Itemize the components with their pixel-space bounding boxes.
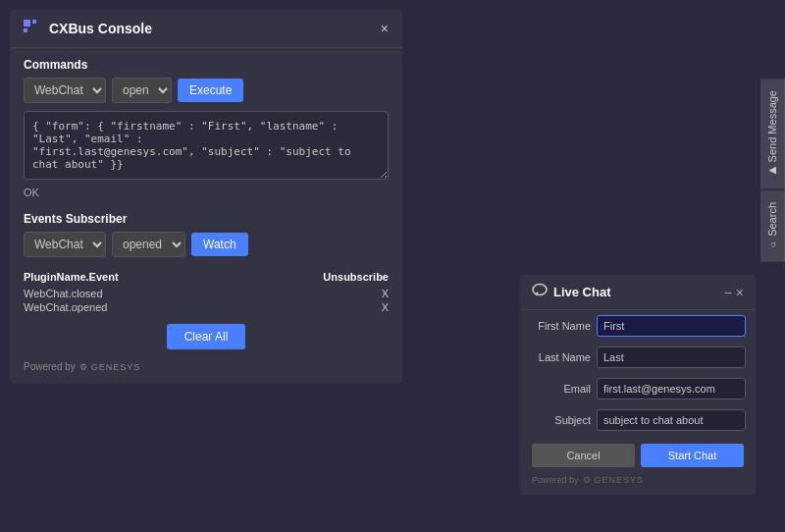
table-row: WebChat.opened X xyxy=(24,300,389,314)
send-message-tab[interactable]: ▶ Send Message xyxy=(760,79,785,188)
unsubscribe-column-header: Unsubscribe xyxy=(310,271,389,283)
table-row: WebChat.closed X xyxy=(24,287,389,300)
plugin-event-column-header: PluginName.Event xyxy=(24,271,119,283)
live-chat-genesys-label: GENESYS xyxy=(595,475,645,485)
execute-button[interactable]: Execute xyxy=(178,79,243,102)
events-subscriber-label: Events Subscriber xyxy=(10,202,402,232)
live-chat-title-bar: Live Chat xyxy=(532,283,611,301)
last-name-label: Last Name xyxy=(532,351,591,363)
command-select[interactable]: WebChat xyxy=(24,78,106,103)
live-chat-header: Live Chat − × xyxy=(520,275,756,310)
last-name-row: Last Name xyxy=(520,342,756,373)
live-chat-title-text: Live Chat xyxy=(553,285,611,299)
live-chat-window-controls: − × xyxy=(724,285,744,300)
first-name-input[interactable] xyxy=(597,315,746,337)
ok-label: OK xyxy=(10,183,402,202)
last-name-input[interactable] xyxy=(597,346,746,368)
cxbus-close-button[interactable]: × xyxy=(381,21,389,36)
search-label: Search xyxy=(766,202,778,237)
code-textarea[interactable]: { "form": { "firstname" : "First", "last… xyxy=(24,111,389,180)
first-name-label: First Name xyxy=(532,320,591,332)
commands-label: Commands xyxy=(10,48,402,78)
chat-actions: Cancel Start Chat xyxy=(520,436,756,471)
subject-input[interactable] xyxy=(597,409,746,431)
subject-label: Subject xyxy=(532,414,591,426)
clear-all-button[interactable]: Clear All xyxy=(167,324,246,349)
subject-row: Subject xyxy=(520,404,756,436)
live-chat-icon xyxy=(532,283,548,301)
cxbus-icon xyxy=(24,20,41,37)
genesys-icon: ⚙ xyxy=(79,362,87,372)
powered-by-label: Powered by xyxy=(24,361,76,372)
cancel-button[interactable]: Cancel xyxy=(532,444,635,467)
side-tabs: ▶ Send Message ⌕ Search xyxy=(760,79,785,264)
commands-controls: WebChat open Execute xyxy=(10,78,402,111)
cxbus-title: CXBus Console xyxy=(49,21,152,36)
unsubscribe-x-webchat-opened[interactable]: X xyxy=(310,301,389,313)
event-name-webchat-opened: WebChat.opened xyxy=(24,301,107,313)
live-chat-powered-by: Powered by ⚙ GENESYS xyxy=(520,471,756,485)
powered-by: Powered by ⚙ GENESYS xyxy=(10,355,402,374)
search-tab[interactable]: ⌕ Search xyxy=(760,190,785,262)
panel-header: CXBus Console × xyxy=(10,10,402,48)
email-row: Email xyxy=(520,373,756,404)
live-chat-close-button[interactable]: × xyxy=(736,285,744,300)
cxbus-console-panel: CXBus Console × Commands WebChat open Ex… xyxy=(10,10,402,384)
action-select[interactable]: open xyxy=(112,78,172,103)
svg-rect-0 xyxy=(24,20,30,27)
search-icon: ⌕ xyxy=(767,240,778,250)
svg-rect-1 xyxy=(32,20,36,24)
email-input[interactable] xyxy=(597,378,746,399)
chat-bubble-icon xyxy=(532,283,548,298)
unsubscribe-x-webchat-closed[interactable]: X xyxy=(310,288,389,299)
send-message-icon: ▶ xyxy=(767,166,778,177)
event-plugin-select[interactable]: WebChat xyxy=(24,232,106,257)
genesys-label: GENESYS xyxy=(91,362,141,372)
panel-title: CXBus Console xyxy=(24,20,152,37)
live-chat-panel: Live Chat − × First Name Last Name Email… xyxy=(520,275,756,495)
email-label: Email xyxy=(532,383,591,395)
svg-point-3 xyxy=(533,285,547,295)
send-message-label: Send Message xyxy=(766,90,778,162)
event-type-select[interactable]: opened xyxy=(112,232,185,257)
live-chat-minimize-button[interactable]: − xyxy=(724,285,732,300)
cxbus-logo-icon xyxy=(24,20,41,37)
start-chat-button[interactable]: Start Chat xyxy=(641,444,744,467)
events-table-header: PluginName.Event Unsubscribe xyxy=(24,271,389,287)
events-controls: WebChat opened Watch xyxy=(10,232,402,265)
live-chat-powered-by-label: Powered by xyxy=(532,475,579,485)
event-name-webchat-closed: WebChat.closed xyxy=(24,288,103,299)
watch-button[interactable]: Watch xyxy=(191,233,248,256)
first-name-row: First Name xyxy=(520,310,756,342)
svg-rect-2 xyxy=(24,28,27,32)
live-chat-genesys-icon: ⚙ xyxy=(583,475,591,485)
events-table: PluginName.Event Unsubscribe WebChat.clo… xyxy=(24,271,389,314)
